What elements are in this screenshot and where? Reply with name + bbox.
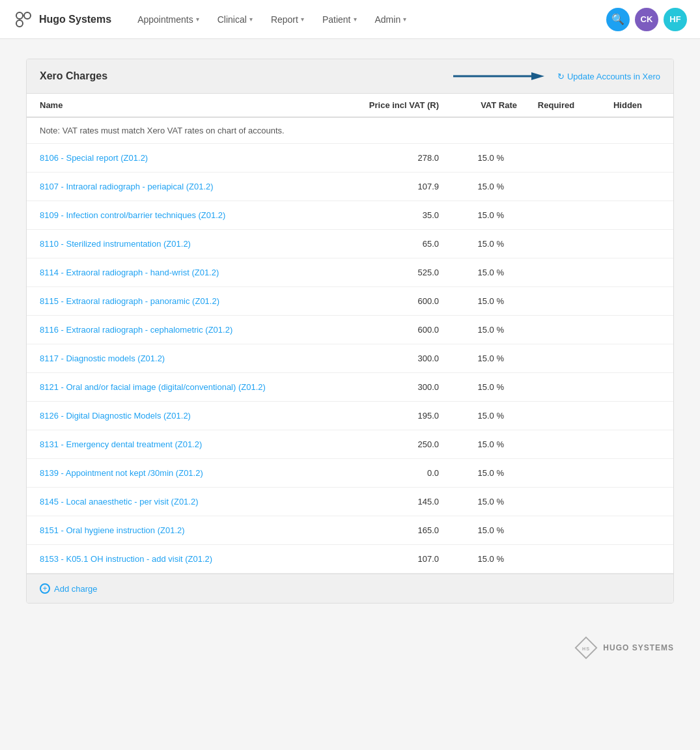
main-content: Xero Charges ↻ Update Accounts in Xero N… xyxy=(0,39,700,623)
svg-point-0 xyxy=(16,12,23,19)
table-rows: 8106 - Special report (Z01.2) 278.0 15.0… xyxy=(27,144,673,574)
row-name[interactable]: 8131 - Emergency dental treatment (Z01.2… xyxy=(40,439,322,449)
row-name[interactable]: 8106 - Special report (Z01.2) xyxy=(40,153,322,163)
row-price: 525.0 xyxy=(322,268,439,277)
search-icon: 🔍 xyxy=(611,13,624,25)
table-row: 8109 - Infection control/barrier techniq… xyxy=(27,201,673,230)
chevron-down-icon: ▾ xyxy=(403,16,406,23)
row-name[interactable]: 8153 - K05.1 OH instruction - add visit … xyxy=(40,554,322,564)
nav-item-report[interactable]: Report ▾ xyxy=(263,9,312,30)
row-name[interactable]: 8114 - Extraoral radiograph - hand-wrist… xyxy=(40,268,322,277)
row-name[interactable]: 8151 - Oral hygiene instruction (Z01.2) xyxy=(40,525,322,535)
row-price: 65.0 xyxy=(322,239,439,249)
table-row: 8116 - Extraoral radiograph - cephalomet… xyxy=(27,316,673,344)
row-price: 600.0 xyxy=(322,325,439,335)
row-price: 107.9 xyxy=(322,182,439,191)
chevron-down-icon: ▾ xyxy=(301,16,304,23)
row-vat: 15.0 % xyxy=(439,411,517,421)
row-price: 165.0 xyxy=(322,525,439,535)
row-name[interactable]: 8107 - Intraoral radiograph - periapical… xyxy=(40,182,322,191)
row-vat: 15.0 % xyxy=(439,497,517,507)
row-name[interactable]: 8109 - Infection control/barrier techniq… xyxy=(40,210,322,220)
table-row: 8126 - Digital Diagnostic Models (Z01.2)… xyxy=(27,402,673,430)
table-row: 8153 - K05.1 OH instruction - add visit … xyxy=(27,545,673,574)
col-price: Price incl VAT (R) xyxy=(322,100,439,110)
row-name[interactable]: 8139 - Appointment not kept /30min (Z01.… xyxy=(40,468,322,478)
table-row: 8110 - Sterilized instrumentation (Z01.2… xyxy=(27,230,673,258)
row-vat: 15.0 % xyxy=(439,554,517,564)
card-footer: + Add charge xyxy=(27,574,673,603)
navbar: Hugo Systems Appointments ▾ Clinical ▾ R… xyxy=(0,0,700,39)
row-vat: 15.0 % xyxy=(439,210,517,220)
row-vat: 15.0 % xyxy=(439,325,517,335)
page-footer: HS HUGO SYSTEMS xyxy=(0,623,700,673)
table-row: 8114 - Extraoral radiograph - hand-wrist… xyxy=(27,258,673,287)
chevron-down-icon: ▾ xyxy=(196,16,199,23)
row-vat: 15.0 % xyxy=(439,439,517,449)
table-row: 8151 - Oral hygiene instruction (Z01.2) … xyxy=(27,516,673,545)
svg-text:HS: HS xyxy=(582,646,590,652)
add-charge-button[interactable]: + Add charge xyxy=(40,583,98,594)
nav-item-admin[interactable]: Admin ▾ xyxy=(367,9,415,30)
table-row: 8106 - Special report (Z01.2) 278.0 15.0… xyxy=(27,144,673,173)
row-price: 0.0 xyxy=(322,468,439,478)
chevron-down-icon: ▾ xyxy=(354,16,357,23)
svg-point-2 xyxy=(16,20,23,27)
brand-name: Hugo Systems xyxy=(39,14,111,25)
row-vat: 15.0 % xyxy=(439,239,517,249)
avatar-hf[interactable]: HF xyxy=(664,8,687,31)
svg-point-1 xyxy=(24,12,31,19)
row-name[interactable]: 8110 - Sterilized instrumentation (Z01.2… xyxy=(40,239,322,249)
row-price: 250.0 xyxy=(322,439,439,449)
col-hidden: Hidden xyxy=(595,100,660,110)
row-price: 107.0 xyxy=(322,554,439,564)
col-name: Name xyxy=(40,100,322,110)
brand: Hugo Systems xyxy=(13,9,111,30)
avatar-ck[interactable]: CK xyxy=(635,8,658,31)
svg-marker-4 xyxy=(531,72,544,80)
row-price: 35.0 xyxy=(322,210,439,220)
nav-item-appointments[interactable]: Appointments ▾ xyxy=(130,9,207,30)
row-vat: 15.0 % xyxy=(439,468,517,478)
row-vat: 15.0 % xyxy=(439,153,517,163)
row-name[interactable]: 8145 - Local anaesthetic - per visit (Z0… xyxy=(40,497,322,507)
row-price: 195.0 xyxy=(322,411,439,421)
table-row: 8107 - Intraoral radiograph - periapical… xyxy=(27,173,673,201)
row-vat: 15.0 % xyxy=(439,268,517,277)
row-name[interactable]: 8126 - Digital Diagnostic Models (Z01.2) xyxy=(40,411,322,421)
table-row: 8115 - Extraoral radiograph - panoramic … xyxy=(27,287,673,316)
row-name[interactable]: 8117 - Diagnostic models (Z01.2) xyxy=(40,354,322,363)
row-vat: 15.0 % xyxy=(439,296,517,306)
col-vat-rate: VAT Rate xyxy=(439,100,517,110)
xero-charges-card: Xero Charges ↻ Update Accounts in Xero N… xyxy=(26,59,674,604)
table-row: 8121 - Oral and/or facial image (digital… xyxy=(27,373,673,402)
footer-logo: HS HUGO SYSTEMS xyxy=(574,636,674,660)
nav-item-patient[interactable]: Patient ▾ xyxy=(315,9,365,30)
nav-item-clinical[interactable]: Clinical ▾ xyxy=(210,9,260,30)
table-row: 8131 - Emergency dental treatment (Z01.2… xyxy=(27,430,673,459)
plus-circle-icon: + xyxy=(40,583,50,594)
table-row: 8117 - Diagnostic models (Z01.2) 300.0 1… xyxy=(27,344,673,373)
refresh-icon: ↻ xyxy=(557,72,565,81)
row-price: 145.0 xyxy=(322,497,439,507)
card-title: Xero Charges xyxy=(40,70,107,82)
row-price: 300.0 xyxy=(322,382,439,392)
nav-links: Appointments ▾ Clinical ▾ Report ▾ Patie… xyxy=(130,9,601,30)
chevron-down-icon: ▾ xyxy=(249,16,253,23)
arrow-graphic xyxy=(453,70,544,83)
row-vat: 15.0 % xyxy=(439,182,517,191)
card-header: Xero Charges ↻ Update Accounts in Xero xyxy=(27,59,673,94)
update-accounts-button[interactable]: ↻ Update Accounts in Xero xyxy=(557,72,660,81)
row-price: 300.0 xyxy=(322,354,439,363)
row-price: 600.0 xyxy=(322,296,439,306)
footer-diamond-icon: HS xyxy=(574,636,598,660)
col-required: Required xyxy=(517,100,595,110)
arrow-line xyxy=(453,70,544,83)
row-name[interactable]: 8115 - Extraoral radiograph - panoramic … xyxy=(40,296,322,306)
row-vat: 15.0 % xyxy=(439,354,517,363)
row-name[interactable]: 8116 - Extraoral radiograph - cephalomet… xyxy=(40,325,322,335)
table-header: Name Price incl VAT (R) VAT Rate Require… xyxy=(27,94,673,118)
search-button[interactable]: 🔍 xyxy=(606,8,630,31)
row-name[interactable]: 8121 - Oral and/or facial image (digital… xyxy=(40,382,322,392)
row-vat: 15.0 % xyxy=(439,382,517,392)
